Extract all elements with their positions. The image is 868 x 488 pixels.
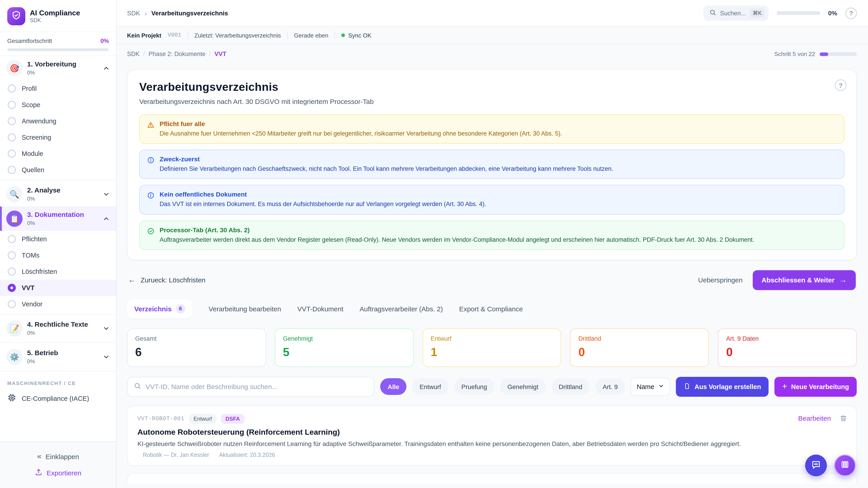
board-view-fab-button[interactable] <box>834 455 856 476</box>
sidebar-item-pflichten[interactable]: Pflichten <box>0 231 116 247</box>
trash-icon[interactable] <box>839 414 847 424</box>
tab-export-compliance[interactable]: Export & Compliance <box>459 300 523 318</box>
global-search-button[interactable]: Suchen... ⌘K <box>703 5 768 21</box>
radio-icon <box>8 150 16 158</box>
page-title: Verarbeitungsverzeichnis <box>139 80 844 94</box>
sidebar-section-dokumentation[interactable]: 📋 3. Dokumentation 0% <box>0 206 116 231</box>
sidebar-item-quellen[interactable]: Quellen <box>0 162 116 178</box>
main-area: SDK › Verarbeitungsverzeichnis Suchen...… <box>117 0 868 488</box>
stat-value: 5 <box>283 345 405 359</box>
stat-label: Drittland <box>579 335 701 342</box>
export-button[interactable]: Exportieren <box>0 464 116 481</box>
tab-verarbeitung-bearbeiten[interactable]: Verarbeitung bearbeiten <box>209 300 281 318</box>
page-crumb-phase[interactable]: Phase 2: Dokumente <box>149 51 206 57</box>
chat-fab-button[interactable] <box>805 455 827 476</box>
page-crumb-sdk[interactable]: SDK <box>127 51 140 57</box>
alert-info: Zweck-zuerst Definieren Sie Verarbeitung… <box>139 150 844 179</box>
alert-body: Auftragsverarbeiter werden direkt aus de… <box>160 236 754 244</box>
alert-info: Kein oeffentliches Dokument Das VVT ist … <box>139 185 844 215</box>
back-button[interactable]: ← Zurueck: Löschfristen <box>128 275 206 285</box>
sidebar-section-vorbereitung[interactable]: 🎯 1. Vorbereitung 0% <box>0 56 116 80</box>
sidebar-item-anwendung[interactable]: Anwendung <box>0 113 116 129</box>
radio-icon <box>8 300 16 308</box>
radio-icon <box>8 133 16 141</box>
radio-icon <box>8 117 16 125</box>
sidebar-section-analyse[interactable]: 🔍 2. Analyse 0% <box>0 182 116 206</box>
sidebar-section-rechtliche-texte[interactable]: 📝 4. Rechtliche Texte 0% <box>0 316 116 341</box>
tab-vvt-dokument[interactable]: VVT-Dokument <box>297 300 343 318</box>
help-icon[interactable]: ? <box>835 79 846 91</box>
alert-success: Processor-Tab (Art. 30 Abs. 2) Auftragsv… <box>139 220 844 250</box>
target-icon: 🎯 <box>6 60 23 76</box>
tab-verzeichnis[interactable]: Verzeichnis 6 <box>127 299 192 319</box>
back-label: Zurueck: Löschfristen <box>141 276 206 284</box>
sort-select[interactable]: Name <box>631 378 670 396</box>
chat-bubble-icon <box>811 459 821 471</box>
filter-chip-entwurf[interactable]: Entwurf <box>412 379 448 395</box>
stat-cards: Gesamt 6 Genehmigt 5 Entwurf 1 Drittland… <box>127 328 857 367</box>
alert-title: Pflicht fuer alle <box>160 120 562 127</box>
sidebar-section-betrieb[interactable]: ⚙️ 5. Betrieb 0% <box>0 345 116 369</box>
sidebar-item-vendor[interactable]: Vendor <box>0 296 116 312</box>
step-counter: Schritt 5 von 22 <box>774 51 815 57</box>
sidebar-item-profil[interactable]: Profil <box>0 80 116 97</box>
wizard-nav-row: ← Zurueck: Löschfristen Ueberspringen Ab… <box>128 270 856 290</box>
filter-chip-alle[interactable]: Alle <box>380 379 406 395</box>
section-title: 5. Betrieb <box>27 349 58 357</box>
sidebar-footer: « Einklappen Exportieren <box>0 442 116 488</box>
help-icon[interactable]: ? <box>845 7 857 19</box>
topbar-progress-value: 0% <box>828 9 837 17</box>
breadcrumb-app[interactable]: SDK <box>127 9 140 17</box>
clipboard-icon: 📋 <box>6 210 23 227</box>
sidebar-item-vvt[interactable]: VVT <box>0 280 116 296</box>
section-title: 3. Dokumentation <box>27 210 84 219</box>
sidebar-item-scope[interactable]: Scope <box>0 97 116 113</box>
edit-entry-button[interactable]: Bearbeiten <box>798 414 831 422</box>
sidebar-item-toms[interactable]: TOMs <box>0 247 116 263</box>
sidebar-item-label: Vendor <box>22 300 42 308</box>
new-processing-button[interactable]: + Neue Verarbeitung <box>775 377 857 397</box>
create-from-template-button[interactable]: Aus Vorlage erstellen <box>676 377 769 397</box>
divider <box>0 371 116 371</box>
filter-chip-genehmigt[interactable]: Genehmigt <box>500 379 546 395</box>
filter-chip-pruefung[interactable]: Pruefung <box>454 379 494 395</box>
radio-icon <box>8 267 16 275</box>
tab-label: Verzeichnis <box>134 305 172 313</box>
shield-check-icon <box>11 10 22 23</box>
sidebar-item-screening[interactable]: Screening <box>0 129 116 145</box>
gear-icon: ⚙️ <box>6 349 23 365</box>
collapse-sidebar-button[interactable]: « Einklappen <box>0 448 116 464</box>
upload-icon <box>35 468 42 477</box>
entry-id: VVT-ROBOT-001 <box>137 416 184 422</box>
sidebar-item-label: CE-Compliance (IACE) <box>22 395 89 402</box>
divider <box>0 180 116 180</box>
chevron-right-icon: › <box>145 9 147 17</box>
stat-value: 0 <box>579 345 701 359</box>
stat-value: 6 <box>135 345 258 359</box>
alert-title: Kein oeffentliches Dokument <box>160 191 486 198</box>
search-icon <box>709 9 716 18</box>
back-arrow-icon: ← <box>128 275 136 285</box>
sidebar-item-ce-compliance[interactable]: CE-Compliance (IACE) <box>0 389 116 408</box>
chevron-down-icon <box>103 325 110 332</box>
entry-search-input[interactable] <box>146 383 368 391</box>
section-title: 1. Vorbereitung <box>27 60 76 68</box>
tab-auftragsverarbeiter[interactable]: Auftragsverarbeiter (Abs. 2) <box>360 300 443 318</box>
filter-chip-drittland[interactable]: Drittland <box>552 379 590 395</box>
filter-chip-art9[interactable]: Art. 9 <box>595 379 625 395</box>
sidebar-item-loeschfristen[interactable]: Löschfristen <box>0 263 116 280</box>
finish-next-button[interactable]: Abschliessen & Weiter → <box>752 270 856 290</box>
breadcrumb-separator: / <box>143 51 145 57</box>
sidebar-header: AI Compliance SDK <box>0 0 116 32</box>
stage: AI Compliance SDK Gesamtfortschritt 0% 🎯… <box>0 0 868 488</box>
chevron-down-icon <box>103 191 110 198</box>
skip-button[interactable]: Ueberspringen <box>698 276 743 284</box>
forward-arrow-icon: → <box>839 275 847 285</box>
time-label: Gerade eben <box>294 32 329 39</box>
overall-progress-bar <box>7 48 109 51</box>
chevron-down-icon <box>103 353 110 361</box>
breadcrumb: SDK › Verarbeitungsverzeichnis <box>127 9 228 17</box>
divider <box>0 343 116 343</box>
check-circle-icon <box>147 226 155 236</box>
sidebar-item-module[interactable]: Module <box>0 145 116 162</box>
